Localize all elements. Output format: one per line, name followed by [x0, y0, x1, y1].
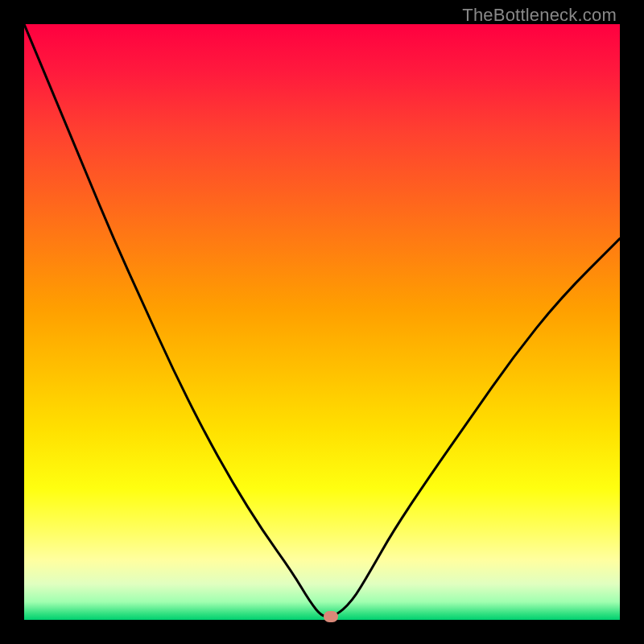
optimal-point-marker	[324, 611, 338, 622]
plot-area	[24, 24, 620, 620]
watermark-text: TheBottleneck.com	[462, 5, 617, 26]
chart-container: TheBottleneck.com	[0, 0, 644, 644]
bottleneck-curve	[24, 24, 620, 620]
